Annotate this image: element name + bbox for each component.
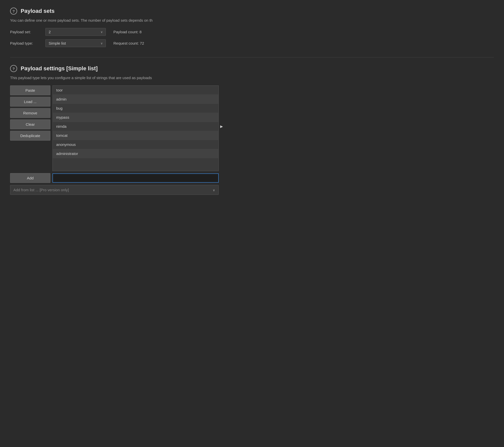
payload-type-label: Payload type:: [10, 41, 38, 45]
payload-list-area: toor admin bug mypass nimda tomcat anony…: [52, 85, 219, 171]
payload-list[interactable]: toor admin bug mypass nimda tomcat anony…: [52, 85, 219, 171]
list-item[interactable]: mypass: [53, 113, 218, 122]
payload-sets-section: ? Payload sets You can define one or mor…: [10, 8, 494, 47]
add-from-list-select[interactable]: Add from list ... [Pro version only]: [10, 185, 219, 195]
cursor-arrow-indicator: ►: [219, 124, 224, 129]
payload-settings-help-icon[interactable]: ?: [10, 65, 17, 72]
request-count-label: Request count: 72: [113, 41, 144, 45]
load-button[interactable]: Load ...: [10, 97, 50, 107]
remove-button[interactable]: Remove: [10, 108, 50, 118]
payload-sets-header: ? Payload sets: [10, 8, 494, 15]
payload-type-select-wrapper: Simple list Runtime file Custom iterator…: [45, 39, 106, 47]
list-item[interactable]: administrator: [53, 149, 218, 158]
add-from-list-row: Add from list ... [Pro version only]: [10, 185, 494, 195]
payload-set-select[interactable]: 2 1 3 4: [45, 28, 106, 36]
list-item[interactable]: nimda: [53, 122, 218, 131]
main-container: ? Payload sets You can define one or mor…: [0, 0, 504, 212]
payload-set-row: Payload set: 2 1 3 4 Payload count: 8: [10, 28, 494, 36]
paste-button[interactable]: Paste: [10, 85, 50, 95]
payload-settings-section: ? Payload settings [Simple list] This pa…: [10, 65, 494, 195]
payload-sets-title: Payload sets: [21, 8, 55, 14]
add-row: Add: [10, 173, 494, 183]
section-divider: [10, 57, 494, 57]
list-item[interactable]: anonymous: [53, 140, 218, 149]
add-input[interactable]: [52, 173, 219, 183]
list-item[interactable]: tomcat: [53, 131, 218, 140]
action-button-group: Paste Load ... Remove Clear Deduplicate: [10, 85, 50, 141]
payload-settings-description: This payload type lets you configure a s…: [10, 76, 494, 80]
list-item[interactable]: bug: [53, 104, 218, 113]
payload-count-label: Payload count: 8: [113, 30, 142, 34]
payload-set-label: Payload set:: [10, 30, 38, 34]
list-item[interactable]: toor: [53, 86, 218, 95]
payload-set-select-wrapper: 2 1 3 4: [45, 28, 106, 36]
payload-sets-help-icon[interactable]: ?: [10, 8, 17, 15]
list-item[interactable]: admin: [53, 95, 218, 104]
payload-sets-description: You can define one or more payload sets.…: [10, 18, 494, 22]
add-from-list-wrapper: Add from list ... [Pro version only]: [10, 185, 219, 195]
payload-settings-header: ? Payload settings [Simple list]: [10, 65, 494, 72]
deduplicate-button[interactable]: Deduplicate: [10, 131, 50, 141]
list-and-buttons: Paste Load ... Remove Clear Deduplicate …: [10, 85, 494, 171]
clear-button[interactable]: Clear: [10, 119, 50, 129]
payload-type-select[interactable]: Simple list Runtime file Custom iterator…: [45, 39, 106, 47]
payload-type-row: Payload type: Simple list Runtime file C…: [10, 39, 494, 47]
payload-settings-title: Payload settings [Simple list]: [21, 65, 98, 72]
add-button[interactable]: Add: [10, 173, 50, 183]
